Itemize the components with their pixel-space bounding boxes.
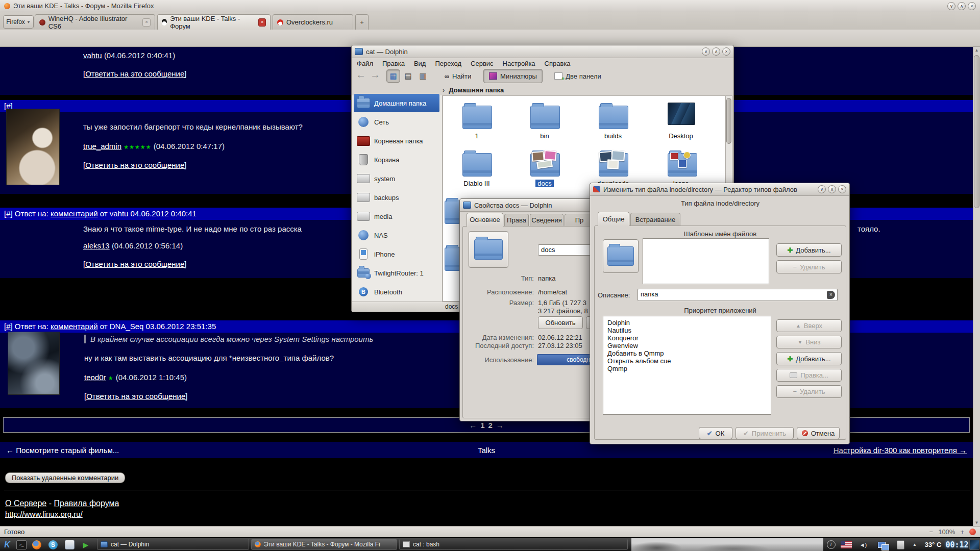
folder-label-selected[interactable]: docs: [511, 180, 578, 187]
folder-label[interactable]: bin: [511, 132, 578, 140]
add-pattern-button[interactable]: ✚ Добавить...: [776, 243, 842, 257]
window-close-button[interactable]: ×: [722, 47, 730, 56]
zoom-out-button[interactable]: −: [929, 528, 934, 536]
firefox-launcher[interactable]: [31, 539, 43, 550]
tab-close-icon[interactable]: ×: [142, 18, 151, 27]
folder-icon-downloads[interactable]: [599, 153, 628, 177]
reply-link[interactable]: [Ответить на это сообщение]: [84, 392, 187, 400]
task-bash[interactable]: cat : bash: [399, 539, 628, 550]
window-close-button[interactable]: ×: [838, 185, 846, 193]
window-maximize-button[interactable]: ∧: [712, 47, 720, 56]
ok-button[interactable]: ✔ ОК: [699, 427, 732, 439]
app-item[interactable]: Открыть альбом cue: [607, 357, 767, 365]
folder-icon-builds[interactable]: [599, 106, 628, 129]
about-link[interactable]: О Сервере: [5, 499, 46, 508]
sidebar-item-root[interactable]: Корневая папка: [354, 132, 439, 150]
tab-permissions[interactable]: Права: [504, 214, 529, 227]
site-url-link[interactable]: http://www.linux.org.ru/: [5, 510, 83, 518]
scrollbar-thumb[interactable]: [974, 55, 979, 208]
menu-edit[interactable]: Правка: [382, 60, 405, 67]
skype-launcher[interactable]: S: [47, 539, 59, 550]
cancel-button[interactable]: Отмена: [797, 427, 840, 439]
window-minimize-button[interactable]: ∨: [947, 2, 955, 10]
keyboard-layout-flag[interactable]: [839, 538, 853, 551]
page-2[interactable]: 2: [488, 421, 493, 430]
apply-button[interactable]: ✔ Применить: [736, 427, 794, 439]
tab-winehq[interactable]: WineHQ - Adobe Illustrator CS6 ×: [35, 14, 155, 30]
prev-page-arrow[interactable]: ←: [469, 421, 477, 430]
network-tray-icon[interactable]: [873, 538, 890, 551]
dolphin-titlebar[interactable]: cat — Dolphin ∨ ∧ ×: [352, 45, 733, 58]
sidebar-item-trash[interactable]: Корзина: [354, 151, 439, 169]
sidebar-item-iphone[interactable]: iPhone: [354, 245, 439, 263]
thumbnails-toggle-button[interactable]: Миниатюры: [483, 69, 543, 83]
filetype-titlebar[interactable]: Изменить тип файла inode/directory — Ред…: [590, 183, 849, 196]
tab-embedding[interactable]: Встраивание: [630, 213, 680, 226]
tray-expand-button[interactable]: ▲: [910, 538, 920, 551]
sidebar-item-system[interactable]: system: [354, 169, 439, 188]
scrollbar-thumb[interactable]: [726, 98, 731, 144]
split-view-button[interactable]: + Две панели: [550, 69, 606, 83]
klipper-tray-icon[interactable]: [893, 538, 908, 551]
menu-tools[interactable]: Сервис: [471, 60, 494, 67]
remove-pattern-button[interactable]: − Удалить: [776, 260, 842, 273]
terminal-launcher[interactable]: >_: [15, 539, 28, 550]
remove-app-button[interactable]: − Удалить: [776, 385, 842, 398]
user-link[interactable]: aleks13: [83, 241, 110, 250]
window-minimize-button[interactable]: ∨: [818, 185, 826, 193]
clear-input-icon[interactable]: ×: [827, 291, 835, 299]
zoom-in-button[interactable]: +: [960, 528, 964, 536]
patterns-listbox[interactable]: [643, 238, 769, 284]
app-item[interactable]: Dolphin: [607, 319, 767, 327]
browser-scrollbar[interactable]: ▲ ▼: [973, 47, 980, 526]
breadcrumb-home[interactable]: Домашняя папка: [449, 86, 504, 94]
task-dolphin[interactable]: cat — Dolphin: [97, 539, 249, 550]
sidebar-item-router[interactable]: TwilightRouter: 1: [354, 264, 439, 282]
description-input[interactable]: папка ×: [638, 289, 838, 301]
section-label[interactable]: Talks: [0, 446, 973, 455]
user-link[interactable]: teod0r: [84, 373, 106, 382]
sidebar-item-home[interactable]: Домашняя папка: [354, 94, 439, 112]
window-maximize-button[interactable]: ∧: [958, 2, 966, 10]
view-icons-button[interactable]: ▦: [386, 69, 400, 83]
refresh-button[interactable]: Обновить: [538, 316, 583, 329]
app-item[interactable]: Konqueror: [607, 334, 767, 342]
folder-icon-diablo[interactable]: [462, 153, 492, 177]
folder-icon-docs[interactable]: [530, 153, 560, 177]
app-launcher[interactable]: [63, 539, 76, 550]
nav-back-icon[interactable]: ←: [356, 69, 366, 81]
anchor-link[interactable]: [#]: [4, 322, 13, 331]
folder-icon-bin[interactable]: [530, 106, 560, 129]
clock[interactable]: 00:12: [945, 538, 969, 551]
filetype-icon-button[interactable]: [603, 239, 639, 273]
move-down-button[interactable]: ▼ Вниз: [776, 336, 842, 348]
find-button[interactable]: ∞ Найти: [437, 69, 478, 83]
menu-file[interactable]: Файл: [357, 60, 373, 67]
folder-label[interactable]: 1: [444, 132, 510, 140]
folder-icon-1[interactable]: [462, 106, 492, 129]
folder-icon-icons[interactable]: [668, 153, 697, 177]
tab-forum-active[interactable]: Эти ваши KDE - Talks - Форум ×: [157, 14, 271, 30]
sidebar-item-media[interactable]: media: [354, 207, 439, 226]
rules-link[interactable]: Правила форума: [54, 499, 119, 508]
add-app-button[interactable]: ✚ Добавить...: [776, 352, 842, 365]
move-up-button[interactable]: ▲ Вверх: [776, 319, 842, 332]
app-item[interactable]: Qmmp: [607, 365, 767, 372]
sidebar-item-network[interactable]: Сеть: [354, 113, 439, 131]
kmenu-button[interactable]: K: [1, 539, 13, 550]
task-firefox[interactable]: Эти ваши KDE - Talks - Форум - Mozilla F…: [251, 539, 397, 550]
app-item[interactable]: Добавить в Qmmp: [607, 349, 767, 357]
show-desktop-button[interactable]: [969, 538, 980, 551]
tab-information[interactable]: Сведения: [530, 214, 564, 227]
nav-forward-icon[interactable]: →: [370, 69, 380, 81]
window-minimize-button[interactable]: ∨: [702, 47, 710, 56]
parent-comment-link[interactable]: комментарий: [51, 322, 97, 331]
new-tab-button[interactable]: +: [355, 14, 369, 30]
sidebar-item-backups[interactable]: backups: [354, 188, 439, 207]
folder-label[interactable]: builds: [580, 132, 646, 140]
reply-link[interactable]: [Ответить на это сообщение]: [83, 260, 186, 268]
scroll-up-icon[interactable]: ▲: [973, 48, 980, 53]
play-launcher[interactable]: ▶: [80, 539, 92, 550]
tab-general[interactable]: Общие: [598, 212, 629, 226]
user-link[interactable]: true_admin: [83, 142, 121, 151]
